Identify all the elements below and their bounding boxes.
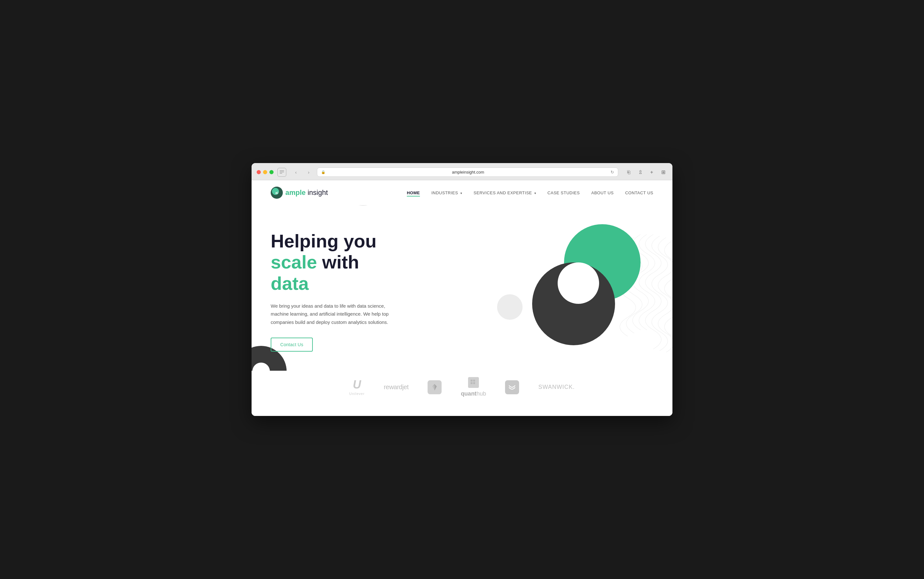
logo-text: ample insight (286, 188, 328, 197)
rewardjet-logo: rewardjet (384, 383, 409, 391)
hero-contact-button[interactable]: Contact Us (271, 338, 313, 352)
wunderkind-icon (508, 383, 516, 391)
browser-actions: ⎗ ⇫ + ⊞ (625, 168, 667, 177)
chevron-down-icon-services: ▾ (534, 191, 536, 195)
nav-item-services[interactable]: SERVICES AND EXPERTISE ▾ (473, 190, 536, 196)
website-content: ample insight HOME INDUSTRIES ▾ SERVICES… (251, 180, 673, 416)
nav-link-about[interactable]: ABOUT US (591, 190, 614, 195)
nav-link-contact[interactable]: CONTACT US (625, 190, 653, 195)
overlap-circle (558, 262, 599, 304)
nav-link-industries[interactable]: INDUSTRIES ▾ (432, 190, 462, 195)
swanwick-logo: SWANWICK. (538, 384, 574, 391)
sidebar-bar-3 (280, 173, 282, 173)
wunderkind-box (505, 380, 519, 394)
nav-item-case-studies[interactable]: CASE STUDIES (547, 190, 579, 196)
sidebar-icon (280, 170, 284, 174)
minimize-button[interactable] (263, 170, 267, 174)
unilever-u-icon: U (353, 379, 361, 391)
hero-title-with: with (317, 252, 359, 272)
traffic-lights (257, 170, 274, 174)
rewardjet-text: rewardjet (384, 383, 409, 391)
nav-links: HOME INDUSTRIES ▾ SERVICES AND EXPERTISE… (407, 190, 653, 196)
logos-section: U Unilever rewardjet (251, 371, 673, 413)
quanthub-text: quanthub (461, 391, 486, 397)
chevron-down-icon: ▾ (460, 191, 462, 195)
nav-item-home[interactable]: HOME (407, 190, 420, 196)
close-button[interactable] (257, 170, 261, 174)
nav-link-services[interactable]: SERVICES AND EXPERTISE ▾ (473, 190, 536, 195)
nav-link-case-studies[interactable]: CASE STUDIES (547, 190, 579, 195)
browser-window: ‹ › 🔒 ampleinsight.com ↻ ⎗ ⇫ + ⊞ (251, 163, 673, 416)
trafft-icon (430, 383, 439, 391)
deco-circle-mid (497, 294, 523, 320)
sidebar-toggle-button[interactable] (277, 168, 286, 177)
hero-title-data: data (271, 273, 309, 294)
download-button[interactable]: ⎗ (625, 168, 633, 177)
hero-description: We bring your ideas and data to life wit… (271, 302, 392, 326)
nav-item-contact[interactable]: CONTACT US (625, 190, 653, 196)
nav-item-industries[interactable]: INDUSTRIES ▾ (432, 190, 462, 196)
nav-link-home[interactable]: HOME (407, 190, 420, 196)
hero-section: Helping you scale with data We bring you… (251, 205, 673, 371)
hero-title-scale: scale (271, 252, 317, 272)
sidebar-bar-2 (280, 172, 284, 172)
wunderkind-logo (505, 380, 519, 394)
svg-rect-0 (471, 379, 473, 381)
trafft-logo (428, 380, 441, 394)
share-button[interactable]: ⇫ (636, 168, 644, 177)
trafft-box (428, 380, 441, 394)
navbar: ample insight HOME INDUSTRIES ▾ SERVICES… (251, 180, 673, 205)
new-tab-button[interactable]: + (648, 168, 656, 177)
logo-ample: ample (286, 188, 306, 196)
logo-icon (271, 186, 283, 199)
back-button[interactable]: ‹ (291, 168, 300, 177)
hero-content: Helping you scale with data We bring you… (271, 231, 392, 352)
sidebar-bar-1 (280, 170, 284, 171)
unilever-text: Unilever (349, 392, 364, 396)
hero-title: Helping you scale with data (271, 231, 392, 294)
maximize-button[interactable] (269, 170, 274, 174)
quanthub-logo: quanthub (461, 377, 486, 397)
svg-rect-2 (471, 382, 473, 384)
address-bar[interactable]: 🔒 ampleinsight.com ↻ (317, 167, 618, 177)
svg-rect-3 (473, 382, 475, 384)
hero-title-line1: Helping you (271, 231, 377, 251)
nav-item-about[interactable]: ABOUT US (591, 190, 614, 196)
browser-titlebar: ‹ › 🔒 ampleinsight.com ↻ ⎗ ⇫ + ⊞ (251, 163, 673, 180)
unilever-logo: U Unilever (349, 379, 364, 396)
logo-insight: insight (306, 188, 328, 196)
url-text: ampleinsight.com (328, 170, 608, 175)
logo[interactable]: ample insight (271, 186, 328, 199)
forward-button[interactable]: › (304, 168, 313, 177)
quanthub-icon (468, 377, 479, 388)
hero-visual (526, 224, 653, 352)
svg-rect-1 (473, 379, 475, 381)
swanwick-text: SWANWICK. (538, 384, 574, 391)
refresh-button[interactable]: ↻ (611, 170, 614, 175)
lock-icon: 🔒 (321, 170, 325, 174)
grid-button[interactable]: ⊞ (659, 168, 667, 177)
quanthub-svg (470, 379, 477, 386)
